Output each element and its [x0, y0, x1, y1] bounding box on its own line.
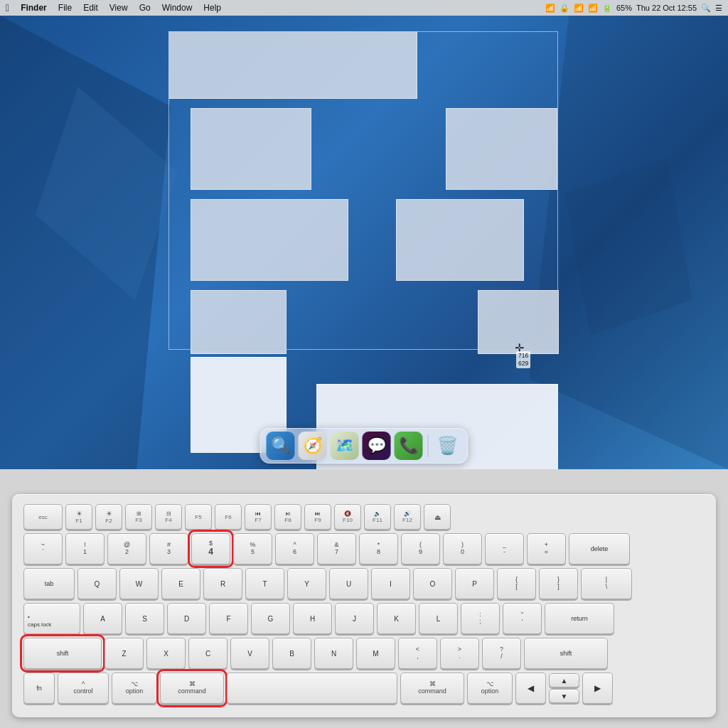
cursor: ✛ 716629 [515, 341, 524, 355]
key-comma[interactable]: <, [398, 638, 437, 669]
key-f1[interactable]: ☀F1 [65, 504, 92, 530]
key-f6[interactable]: F6 [215, 504, 242, 530]
dock-icon-finder[interactable]: 🔍 [267, 432, 295, 460]
key-s[interactable]: S [125, 603, 164, 634]
key-f2[interactable]: ☀F2 [95, 504, 122, 530]
key-fn[interactable]: fn [23, 673, 55, 704]
key-9[interactable]: (9 [401, 533, 440, 564]
wifi-signal-icon[interactable]: 📶 [588, 4, 598, 13]
key-f[interactable]: F [209, 603, 248, 634]
key-f7[interactable]: ⏮F7 [245, 504, 272, 530]
key-f3[interactable]: ⊞F3 [125, 504, 152, 530]
bluetooth-icon[interactable]: 📶 [574, 4, 584, 13]
key-option-right[interactable]: ⌥option [467, 673, 513, 704]
control-center-icon[interactable]: ☰ [715, 4, 722, 13]
key-space[interactable] [227, 673, 397, 704]
key-arrow-down[interactable]: ▼ [549, 689, 579, 703]
key-y[interactable]: Y [287, 568, 326, 599]
key-eject[interactable]: ⏏ [424, 504, 451, 530]
menu-go[interactable]: Go [134, 3, 156, 13]
key-f10[interactable]: 🔇F10 [334, 504, 361, 530]
key-lbracket[interactable]: {[ [497, 568, 536, 599]
key-command-right[interactable]: ⌘command [400, 673, 464, 704]
menu-edit[interactable]: Edit [77, 3, 104, 13]
key-backslash[interactable]: |\ [581, 568, 632, 599]
key-e[interactable]: E [161, 568, 200, 599]
key-f4[interactable]: ⊟F4 [155, 504, 182, 530]
key-backtick[interactable]: ~` [23, 533, 63, 564]
key-j[interactable]: J [335, 603, 374, 634]
key-capslock[interactable]: • caps lock [23, 603, 80, 634]
key-t[interactable]: T [245, 568, 284, 599]
key-semicolon[interactable]: :; [461, 603, 500, 634]
key-c[interactable]: C [188, 638, 228, 669]
key-v[interactable]: V [230, 638, 269, 669]
key-d[interactable]: D [167, 603, 206, 634]
key-equal[interactable]: += [527, 533, 566, 564]
key-o[interactable]: O [413, 568, 452, 599]
key-6[interactable]: ^6 [275, 533, 314, 564]
key-a[interactable]: A [83, 603, 122, 634]
key-m[interactable]: M [356, 638, 395, 669]
key-3[interactable]: #3 [149, 533, 188, 564]
key-command-left[interactable]: ⌘command [160, 673, 224, 704]
key-z[interactable]: Z [105, 638, 144, 669]
key-delete[interactable]: delete [569, 533, 630, 564]
search-icon[interactable]: 🔍 [701, 4, 711, 13]
key-esc[interactable]: esc [23, 504, 63, 530]
key-arrow-right[interactable]: ▶ [582, 673, 613, 704]
zxcv-row: shift Z X C V B N M <, >. ?/ shift [23, 638, 705, 669]
key-l[interactable]: L [419, 603, 458, 634]
key-k[interactable]: K [377, 603, 416, 634]
dock-icon-safari[interactable]: 🧭 [299, 432, 327, 460]
key-1[interactable]: !1 [65, 533, 105, 564]
key-7[interactable]: &7 [317, 533, 356, 564]
key-shift-right[interactable]: shift [524, 638, 608, 669]
key-8[interactable]: *8 [359, 533, 398, 564]
wifi-icon[interactable]: 📶 [545, 4, 555, 13]
key-f5[interactable]: F5 [185, 504, 212, 530]
key-slash[interactable]: ?/ [482, 638, 521, 669]
key-period[interactable]: >. [440, 638, 479, 669]
key-5[interactable]: %5 [233, 533, 272, 564]
key-p[interactable]: P [455, 568, 494, 599]
key-g[interactable]: G [251, 603, 290, 634]
key-r[interactable]: R [203, 568, 242, 599]
key-control[interactable]: ^control [58, 673, 109, 704]
key-i[interactable]: I [371, 568, 410, 599]
apple-menu[interactable]:  [6, 2, 9, 14]
key-arrow-left[interactable]: ◀ [515, 673, 546, 704]
key-b[interactable]: B [272, 638, 311, 669]
menu-finder[interactable]: Finder [15, 3, 53, 13]
key-arrow-up[interactable]: ▲ [549, 673, 579, 687]
key-4[interactable]: $4 [191, 533, 230, 564]
menu-file[interactable]: File [53, 3, 77, 13]
key-f8[interactable]: ⏯F8 [274, 504, 301, 530]
key-2[interactable]: @2 [107, 533, 146, 564]
key-x[interactable]: X [146, 638, 186, 669]
key-q[interactable]: Q [77, 568, 117, 599]
dock-icon-phone[interactable]: 📞 [395, 432, 423, 460]
key-return[interactable]: return [545, 603, 614, 634]
key-tab[interactable]: tab [23, 568, 75, 599]
key-h[interactable]: H [293, 603, 332, 634]
menu-window[interactable]: Window [156, 3, 198, 13]
key-minus[interactable]: _- [485, 533, 524, 564]
dock-icon-maps[interactable]: 🗺️ [331, 432, 359, 460]
menu-help[interactable]: Help [198, 3, 227, 13]
key-rbracket[interactable]: }] [539, 568, 578, 599]
dock-icon-slack[interactable]: 💬 [363, 432, 391, 460]
key-n[interactable]: N [314, 638, 353, 669]
key-f9[interactable]: ⏭F9 [304, 504, 331, 530]
menu-view[interactable]: View [104, 3, 134, 13]
dock-icon-trash[interactable]: 🗑️ [434, 432, 462, 460]
key-option-left[interactable]: ⌥option [112, 673, 157, 704]
key-quote[interactable]: "' [503, 603, 542, 634]
key-f12[interactable]: 🔊F12 [394, 504, 421, 530]
key-f11[interactable]: 🔈F11 [364, 504, 391, 530]
key-u[interactable]: U [329, 568, 368, 599]
key-w[interactable]: W [119, 568, 159, 599]
key-0[interactable]: )0 [443, 533, 482, 564]
number-row: ~` !1 @2 #3 $4 %5 ^6 &7 [23, 533, 705, 564]
key-shift-left[interactable]: shift [23, 638, 102, 669]
